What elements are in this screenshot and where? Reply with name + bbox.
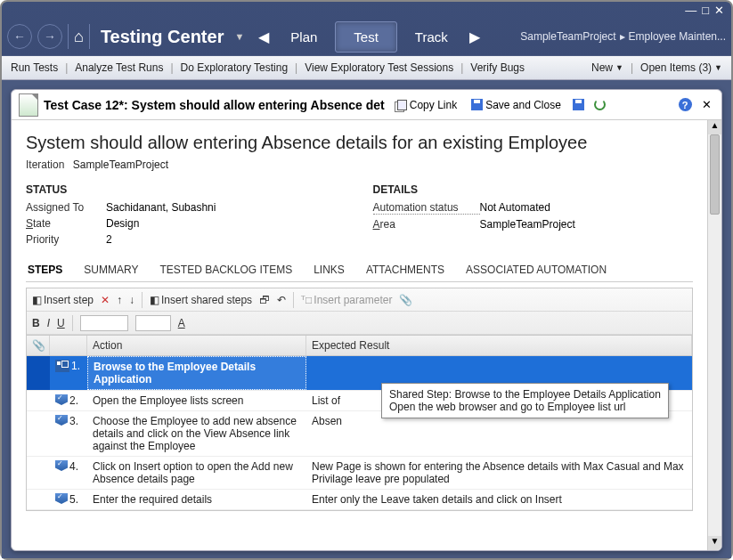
scroll-down-button[interactable]: ▼: [708, 536, 721, 550]
test-case-panel: Test Case 12*: System should allow enter…: [11, 89, 722, 551]
copy-link-button[interactable]: Copy Link: [390, 96, 461, 114]
state-label: State: [26, 217, 106, 230]
help-button[interactable]: ?: [677, 97, 693, 113]
save-and-close-button[interactable]: Save and Close: [467, 96, 566, 114]
scroll-up-button[interactable]: ▲: [708, 120, 721, 134]
step-action[interactable]: Click on Insert option to open the Add n…: [87, 457, 306, 489]
do-exploratory-button[interactable]: Do Exploratory Testing: [181, 61, 289, 74]
tooltip: Shared Step: Browse to the Employee Deta…: [381, 383, 669, 418]
analyze-runs-button[interactable]: Analyze Test Runs: [75, 61, 163, 74]
automation-status-label: Automation status: [373, 201, 480, 215]
assigned-to-value[interactable]: Sachidanant, Subashni: [106, 201, 216, 214]
new-button[interactable]: New ▼: [591, 61, 623, 74]
panel-title: Test Case 12*: System should allow enter…: [44, 98, 385, 112]
breadcrumb-item[interactable]: Employee Mainten...: [629, 30, 726, 43]
save-button[interactable]: [571, 97, 587, 113]
details-column: DETAILS Automation statusNot Automated A…: [373, 183, 694, 249]
tab-plan[interactable]: Plan: [273, 22, 335, 52]
status-column: STATUS Assigned ToSachidanant, Subashni …: [26, 183, 346, 249]
iteration-field: Iteration SampleTeamProject: [26, 158, 693, 171]
forward-button[interactable]: →: [37, 24, 62, 49]
back-button[interactable]: ←: [7, 24, 32, 49]
bold-button[interactable]: B: [32, 317, 40, 329]
col-attachment-icon[interactable]: 📎: [27, 336, 50, 355]
open-items-button[interactable]: Open Items (3) ▼: [640, 61, 722, 74]
nav-right-arrow[interactable]: ▶: [466, 28, 484, 45]
shared-step-icon: [55, 360, 69, 372]
font-color-button[interactable]: A: [178, 317, 185, 329]
help-icon: ?: [679, 98, 692, 111]
close-panel-button[interactable]: ✕: [698, 97, 714, 113]
step-expected[interactable]: Enter only the Leave taken details and c…: [306, 490, 692, 509]
iteration-value[interactable]: SampleTeamProject: [73, 158, 168, 171]
app-dropdown-icon[interactable]: ▼: [234, 31, 244, 42]
view-sessions-button[interactable]: View Exploratory Test Sessions: [305, 61, 453, 74]
tab-attachments[interactable]: ATTACHMENTS: [364, 258, 446, 281]
iteration-label: Iteration: [26, 158, 64, 171]
area-value[interactable]: SampleTeamProject: [480, 218, 575, 231]
tab-backlog[interactable]: TESTED BACKLOG ITEMS: [158, 258, 294, 281]
step-action[interactable]: Enter the required details: [87, 490, 306, 509]
top-nav: ← → ⌂ Testing Center ▼ ◀ Plan Test Track…: [2, 18, 731, 55]
italic-button[interactable]: I: [47, 317, 50, 329]
steps-toolbar: ◧ Insert step ✕ ↑ ↓ ◧ Insert shared step…: [26, 288, 693, 336]
insert-parameter-button[interactable]: ᵀ□ Insert parameter: [301, 294, 392, 306]
insert-shared-steps-button[interactable]: ◧ Insert shared steps: [150, 294, 252, 306]
automation-status-value[interactable]: Not Automated: [480, 201, 550, 215]
secondary-toolbar: Run Tests | Analyze Test Runs | Do Explo…: [2, 55, 731, 80]
assigned-to-label: Assigned To: [26, 201, 106, 214]
tab-automation[interactable]: ASSOCIATED AUTOMATION: [464, 258, 608, 281]
step-flag-icon: [55, 394, 68, 405]
open-shared-icon[interactable]: 🗗: [259, 294, 270, 306]
scroll-content: System should allow entering Absence det…: [12, 120, 707, 550]
move-up-button[interactable]: ↑: [117, 294, 122, 306]
col-expected[interactable]: Expected Result: [306, 336, 692, 355]
breadcrumb-sep-icon: ▸: [620, 30, 625, 43]
save-icon: [471, 99, 483, 110]
tab-summary[interactable]: SUMMARY: [82, 258, 140, 281]
minimize-button[interactable]: —: [685, 4, 696, 17]
step-action[interactable]: Browse to the Employee Details Applicati…: [87, 356, 306, 390]
breadcrumb: SampleTeamProject ▸ Employee Mainten...: [520, 30, 726, 43]
move-down-button[interactable]: ↓: [129, 294, 134, 306]
tab-links[interactable]: LINKS: [312, 258, 346, 281]
grid-header: 📎 Action Expected Result: [27, 336, 692, 356]
state-value[interactable]: Design: [106, 217, 139, 230]
close-button[interactable]: ✕: [714, 4, 724, 17]
divider: [89, 24, 90, 49]
home-icon[interactable]: ⌂: [74, 28, 84, 46]
maximize-button[interactable]: □: [702, 4, 709, 17]
delete-step-button[interactable]: ✕: [101, 294, 110, 306]
underline-button[interactable]: U: [57, 317, 65, 329]
details-header: DETAILS: [373, 183, 694, 196]
priority-label: Priority: [26, 233, 106, 246]
font-family-input[interactable]: [80, 315, 128, 331]
font-size-input[interactable]: [135, 315, 171, 331]
divider: [68, 24, 69, 49]
app-title[interactable]: Testing Center: [101, 27, 224, 47]
breadcrumb-project[interactable]: SampleTeamProject: [520, 30, 615, 43]
step-action[interactable]: Open the Employee lists screen: [87, 391, 306, 410]
tab-track[interactable]: Track: [397, 22, 466, 52]
tab-test[interactable]: Test: [335, 21, 397, 53]
copy-icon: [395, 100, 407, 110]
attach-icon[interactable]: 📎: [399, 294, 412, 306]
insert-step-button[interactable]: ◧ Insert step: [32, 294, 94, 306]
step-expected[interactable]: New Page is shown for entering the Absen…: [306, 457, 692, 489]
verify-bugs-button[interactable]: Verify Bugs: [470, 61, 525, 74]
step-row[interactable]: 5. Enter the required details Enter only…: [27, 490, 692, 510]
tooltip-line1: Shared Step: Browse to the Employee Deta…: [389, 388, 661, 401]
scroll-thumb[interactable]: [710, 134, 720, 215]
col-action[interactable]: Action: [87, 336, 306, 355]
col-number: [50, 336, 87, 355]
step-action[interactable]: Choose the Employee to add new absence d…: [87, 411, 306, 456]
step-row[interactable]: 4. Click on Insert option to open the Ad…: [27, 457, 692, 490]
undo-button[interactable]: ↶: [277, 294, 286, 306]
vertical-scrollbar[interactable]: ▲ ▼: [707, 120, 721, 550]
nav-left-arrow[interactable]: ◀: [255, 28, 273, 45]
section-tabs: STEPS SUMMARY TESTED BACKLOG ITEMS LINKS…: [26, 258, 693, 282]
priority-value[interactable]: 2: [106, 233, 112, 246]
refresh-button[interactable]: [592, 97, 608, 113]
run-tests-button[interactable]: Run Tests: [11, 61, 58, 74]
tab-steps[interactable]: STEPS: [26, 258, 64, 281]
